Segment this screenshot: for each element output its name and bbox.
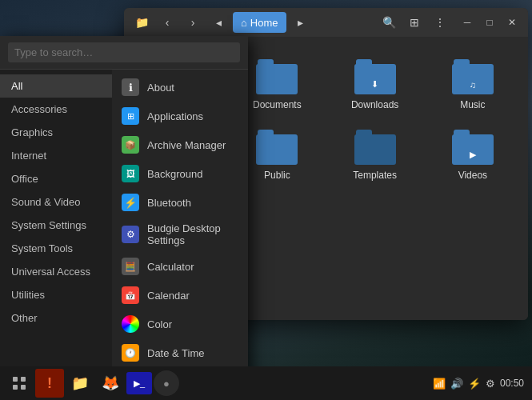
calendar-icon: 📅 xyxy=(122,286,139,304)
nav-arrow-right[interactable]: ▸ xyxy=(290,11,312,34)
color-label: Color xyxy=(147,318,172,330)
taskbar-right: 📶 🔊 ⚡ ⚙ 00:50 xyxy=(433,378,527,390)
view-toggle-button[interactable]: ⊞ xyxy=(403,11,426,34)
app-applications[interactable]: ⊞ Applications xyxy=(112,102,248,130)
taskbar-left: ! 📁 🦊 ▶_ ● xyxy=(5,369,179,398)
settings-tray-icon[interactable]: ⚙ xyxy=(486,378,495,390)
settings-taskbar-icon[interactable]: ● xyxy=(154,370,179,396)
file-label-videos: Videos xyxy=(458,170,487,181)
svg-rect-0 xyxy=(13,377,18,382)
home-button[interactable]: ⌂ Home xyxy=(233,12,286,33)
forward-button[interactable]: › xyxy=(182,11,204,34)
apps-grid-icon[interactable] xyxy=(5,369,34,398)
category-universal-access[interactable]: Universal Access xyxy=(0,260,112,283)
archive-manager-icon: 📦 xyxy=(122,136,139,154)
folder-icon-videos: ▶ xyxy=(452,130,494,165)
date-time-icon: 🕐 xyxy=(122,344,139,362)
svg-rect-3 xyxy=(21,385,26,390)
category-other[interactable]: Other xyxy=(0,306,112,330)
maximize-button[interactable]: □ xyxy=(480,13,499,32)
category-graphics[interactable]: Graphics xyxy=(0,121,112,144)
app-color[interactable]: Color xyxy=(112,310,248,338)
app-list: ℹ About ⊞ Applications 📦 Archive Manager… xyxy=(112,70,248,400)
background-label: Background xyxy=(147,168,202,180)
folder-icon-templates xyxy=(354,130,396,165)
file-manager-app-icon[interactable]: 📁 xyxy=(130,11,153,34)
file-label-public: Public xyxy=(264,170,290,181)
category-internet[interactable]: Internet xyxy=(0,144,112,167)
svg-rect-1 xyxy=(21,377,26,382)
category-all[interactable]: All xyxy=(0,74,112,98)
nav-arrow-left[interactable]: ◂ xyxy=(207,11,230,34)
app-calculator[interactable]: 🧮 Calculator xyxy=(112,252,248,281)
about-label: About xyxy=(147,82,174,94)
color-icon xyxy=(122,315,139,333)
alert-icon[interactable]: ! xyxy=(35,369,64,398)
file-item-music[interactable]: ♫ Music xyxy=(430,56,515,114)
category-office[interactable]: Office xyxy=(0,167,112,190)
power-tray-icon[interactable]: ⚡ xyxy=(468,378,481,390)
more-options-button[interactable]: ⋮ xyxy=(429,11,451,34)
folder-overlay-downloads: ⬇ xyxy=(371,79,378,90)
folder-icon-downloads: ⬇ xyxy=(354,59,396,94)
close-button[interactable]: ✕ xyxy=(502,13,522,32)
folder-overlay-videos: ▶ xyxy=(470,150,476,160)
folder-icon-public xyxy=(256,130,298,165)
budgie-settings-label: Budgie Desktop Settings xyxy=(147,222,238,246)
back-button[interactable]: ‹ xyxy=(156,11,178,34)
budgie-settings-icon: ⚙ xyxy=(122,226,139,243)
bluetooth-label: Bluetooth xyxy=(147,197,191,209)
category-system-tools[interactable]: System Tools xyxy=(0,237,112,260)
file-label-documents: Documents xyxy=(253,99,302,110)
menu-body: All Accessories Graphics Internet Office… xyxy=(0,70,248,400)
calculator-label: Calculator xyxy=(147,261,194,273)
home-label: Home xyxy=(250,17,278,29)
app-archive-manager[interactable]: 📦 Archive Manager xyxy=(112,130,248,159)
minimize-button[interactable]: ─ xyxy=(458,13,477,32)
sound-tray-icon[interactable]: 🔊 xyxy=(450,378,463,390)
file-item-videos[interactable]: ▶ Videos xyxy=(430,126,515,184)
applications-icon: ⊞ xyxy=(122,107,139,125)
search-input[interactable] xyxy=(8,42,240,62)
app-calendar[interactable]: 📅 Calendar xyxy=(112,281,248,310)
network-tray-icon[interactable]: 📶 xyxy=(433,378,446,390)
files-taskbar-icon[interactable]: 📁 xyxy=(66,369,94,398)
bluetooth-icon: ⚡ xyxy=(122,194,139,211)
app-about[interactable]: ℹ About xyxy=(112,73,248,102)
category-sound-video[interactable]: Sound & Video xyxy=(0,190,112,214)
background-icon: 🖼 xyxy=(122,165,139,182)
file-label-downloads: Downloads xyxy=(351,99,398,110)
category-list: All Accessories Graphics Internet Office… xyxy=(0,70,112,400)
search-button[interactable]: 🔍 xyxy=(378,11,400,34)
svg-rect-2 xyxy=(13,385,18,390)
home-icon: ⌂ xyxy=(241,17,247,29)
applications-label: Applications xyxy=(147,110,203,122)
folder-icon-music: ♫ xyxy=(452,59,494,94)
app-menu: All Accessories Graphics Internet Office… xyxy=(0,36,248,400)
app-background[interactable]: 🖼 Background xyxy=(112,159,248,188)
category-accessories[interactable]: Accessories xyxy=(0,98,112,121)
app-date-time[interactable]: 🕐 Date & Time xyxy=(112,338,248,367)
firefox-taskbar-icon[interactable]: 🦊 xyxy=(96,369,125,398)
date-time-label: Date & Time xyxy=(147,347,205,359)
archive-manager-label: Archive Manager xyxy=(147,139,226,151)
taskbar: ! 📁 🦊 ▶_ ● 📶 🔊 ⚡ ⚙ 00:50 xyxy=(0,366,532,400)
app-budgie-settings[interactable]: ⚙ Budgie Desktop Settings xyxy=(112,217,248,252)
file-item-templates[interactable]: Templates xyxy=(333,126,418,184)
category-system-settings[interactable]: System Settings xyxy=(0,214,112,237)
category-utilities[interactable]: Utilities xyxy=(0,283,112,306)
folder-icon-documents xyxy=(256,59,298,94)
calculator-icon: 🧮 xyxy=(122,258,139,275)
calendar-label: Calendar xyxy=(147,290,190,302)
window-controls: ─ □ ✕ xyxy=(458,13,522,32)
folder-overlay-music: ♫ xyxy=(470,80,476,90)
file-label-music: Music xyxy=(460,99,485,110)
app-bluetooth[interactable]: ⚡ Bluetooth xyxy=(112,188,248,217)
terminal-taskbar-icon[interactable]: ▶_ xyxy=(126,372,152,394)
file-label-templates: Templates xyxy=(353,170,397,181)
system-tray: 📶 🔊 ⚡ ⚙ xyxy=(433,378,495,390)
file-manager-titlebar: 📁 ‹ › ◂ ⌂ Home ▸ 🔍 ⊞ ⋮ ─ □ ✕ xyxy=(124,8,528,37)
file-item-downloads[interactable]: ⬇ Downloads xyxy=(333,56,418,114)
search-bar xyxy=(0,36,248,70)
about-icon: ℹ xyxy=(122,78,139,96)
